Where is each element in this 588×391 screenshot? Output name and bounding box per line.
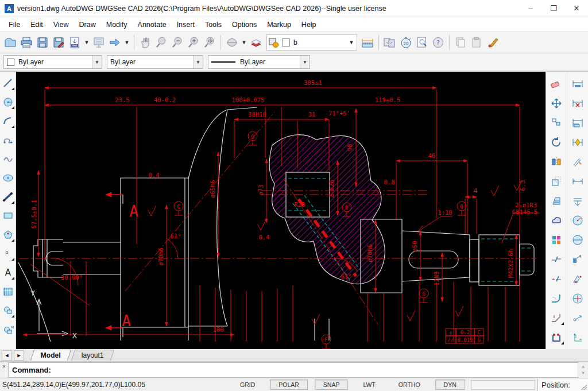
dim-tolerance-tool[interactable]: [569, 269, 586, 289]
dim-aligned-tool[interactable]: [569, 152, 586, 172]
resize-grip[interactable]: [581, 384, 587, 390]
scale-tool[interactable]: [548, 172, 565, 191]
rectangle-tool[interactable]: [1, 206, 15, 225]
print-button[interactable]: [18, 34, 34, 51]
export-image-button[interactable]: IMG: [67, 34, 83, 51]
block-tool[interactable]: M: [1, 320, 15, 339]
break-at-point-tool[interactable]: [548, 269, 565, 289]
dim-baseline-tool[interactable]: [569, 113, 586, 133]
paste-button[interactable]: [469, 34, 485, 51]
command-scroll[interactable]: ˄ ˅: [578, 362, 588, 378]
chamfer-tool[interactable]: [548, 308, 565, 328]
tab-scroll-left[interactable]: ◄: [2, 350, 12, 361]
export-dropdown-caret[interactable]: ▼: [83, 34, 91, 51]
save-as-button[interactable]: [51, 34, 67, 51]
menu-annotate[interactable]: Annotate: [133, 18, 172, 31]
compare-button[interactable]: [382, 34, 398, 51]
menu-view[interactable]: View: [48, 18, 74, 31]
tab-scroll-right[interactable]: ►: [14, 350, 24, 361]
menu-file[interactable]: File: [3, 18, 25, 31]
zoom-in-button[interactable]: [185, 34, 202, 51]
maximize-button[interactable]: ❒: [542, 0, 565, 17]
group-tool[interactable]: [1, 301, 15, 320]
measure-button[interactable]: [359, 34, 376, 51]
menu-tools[interactable]: Tools: [200, 18, 227, 31]
multiline-tool[interactable]: [1, 187, 15, 206]
toggle-ortho[interactable]: ORTHO: [390, 380, 428, 389]
close-button[interactable]: ✕: [565, 0, 588, 17]
rotate-tool[interactable]: [548, 133, 565, 152]
zoom-extents-button[interactable]: [202, 34, 218, 51]
measure-area-tool[interactable]: [548, 191, 565, 211]
dim-leader-tool[interactable]: [569, 250, 586, 269]
orbit-dropdown-caret[interactable]: ▼: [240, 34, 248, 51]
menu-markup[interactable]: Markup: [262, 18, 296, 31]
text-tool[interactable]: A: [1, 263, 15, 282]
toggle-lwt[interactable]: LWT: [355, 380, 383, 389]
toggle-polar[interactable]: POLAR: [270, 380, 308, 390]
open-button[interactable]: [2, 34, 18, 51]
dim-jogged-tool[interactable]: [569, 308, 586, 328]
block-combo-caret[interactable]: ▼: [347, 34, 355, 51]
tab-model[interactable]: Model: [30, 350, 71, 361]
view-dropdown-caret[interactable]: ▼: [123, 34, 131, 51]
3d-orbit-button[interactable]: [224, 34, 240, 51]
toggle-grid[interactable]: GRID: [232, 380, 263, 389]
arc-tool[interactable]: [1, 111, 15, 130]
block-combo[interactable]: b ▼: [266, 34, 357, 51]
command-input[interactable]: Command:: [8, 362, 578, 378]
linetype-combo-caret[interactable]: ▼: [193, 56, 203, 68]
menu-options[interactable]: Options: [227, 18, 262, 31]
toggle-dyn[interactable]: DYN: [435, 380, 465, 390]
lineweight-combo-caret[interactable]: ▼: [300, 56, 310, 68]
block-combo-value[interactable]: b: [293, 38, 347, 47]
fillet-tool[interactable]: [548, 289, 565, 308]
next-view-button[interactable]: [107, 34, 123, 51]
linetype-combo[interactable]: ByLayer ▼: [107, 55, 203, 69]
polyline-tool[interactable]: [1, 130, 15, 149]
format-painter-button[interactable]: [485, 34, 501, 51]
block-checkbox[interactable]: [282, 38, 290, 47]
menu-edit[interactable]: Edit: [25, 18, 48, 31]
layers-button[interactable]: [248, 34, 264, 51]
layer-palette-tool[interactable]: [548, 230, 565, 250]
zoom-out-button[interactable]: [169, 34, 185, 51]
slideshow-button[interactable]: [91, 34, 107, 51]
spline-tool[interactable]: [1, 149, 15, 168]
polygon-tool[interactable]: [1, 225, 15, 244]
zoom-window-button[interactable]: [153, 34, 169, 51]
help-button[interactable]: ?: [430, 34, 446, 51]
center-mark-tool[interactable]: [569, 289, 586, 308]
tab-layout1[interactable]: layout1: [71, 350, 114, 361]
revision-cloud-tool[interactable]: [548, 328, 565, 347]
erase-tool[interactable]: [548, 74, 565, 94]
scroll-up-icon[interactable]: ˄: [582, 365, 585, 370]
dim-continue-tool[interactable]: [569, 191, 586, 211]
pan-button[interactable]: [137, 34, 153, 51]
point-tool[interactable]: [1, 244, 15, 263]
break-tool[interactable]: [548, 250, 565, 269]
ellipse-tool[interactable]: [1, 168, 15, 187]
toggle-snap[interactable]: SNAP: [315, 380, 349, 390]
color-combo[interactable]: ByLayer ▼: [3, 55, 102, 69]
drawing-canvas[interactable]: 305±123.540-0.2100±0.075119±0.538H103171…: [16, 72, 546, 349]
dim-diameter-tool[interactable]: [569, 230, 586, 250]
menu-draw[interactable]: Draw: [74, 18, 101, 31]
command-close-icon[interactable]: ×: [0, 362, 8, 378]
table-tool[interactable]: [1, 282, 15, 301]
lineweight-combo[interactable]: ByLayer ▼: [208, 55, 310, 69]
offset-tool[interactable]: [548, 211, 565, 230]
dim-linear-tool[interactable]: [569, 74, 586, 94]
line-tool[interactable]: [1, 73, 15, 92]
color-combo-caret[interactable]: ▼: [92, 56, 102, 68]
dim-style-tool[interactable]: [569, 94, 586, 113]
timer-button[interactable]: 20: [398, 34, 414, 51]
preview-button[interactable]: [414, 34, 430, 51]
copy-object-tool[interactable]: [548, 113, 565, 133]
dim-ordinate-tool[interactable]: [569, 328, 586, 347]
circle-tool[interactable]: [1, 92, 15, 111]
menu-insert[interactable]: Insert: [172, 18, 200, 31]
minimize-button[interactable]: –: [519, 0, 542, 17]
mirror-tool[interactable]: [548, 152, 565, 172]
scroll-down-icon[interactable]: ˅: [582, 370, 585, 375]
